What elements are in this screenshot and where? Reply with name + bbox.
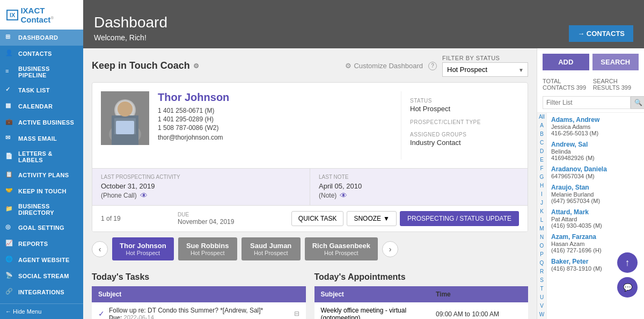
strip-contact-1[interactable]: Sue Robbins Hot Prospect (178, 237, 237, 260)
sidebar-item-agent-website[interactable]: 🌐 AGENT WEBSITE (0, 252, 83, 268)
sidebar-item-business-pipeline[interactable]: ≡ BUSINESS PIPELINE (0, 62, 83, 82)
appts-time-col-header: Time (436, 291, 522, 298)
contact-name[interactable]: Thor Johnson (158, 91, 392, 104)
main-content: Dashboard Welcome, Rich! → CONTACTS Keep… (83, 0, 644, 319)
assigned-groups-label: ASSIGNED GROUPS (410, 132, 510, 137)
contacts-btn-label: → CONTACTS (577, 30, 625, 38)
alpha-I[interactable]: I (537, 190, 546, 199)
sidebar-item-active-business[interactable]: 💼 ACTIVE BUSINESS (0, 114, 83, 130)
alpha-Q[interactable]: Q (537, 259, 546, 267)
filter-list-input[interactable] (543, 96, 631, 109)
hide-menu-btn[interactable]: ← Hide Menu (0, 303, 83, 319)
strip-contact-3[interactable]: Rich Gaasenbeek Hot Prospect (305, 237, 378, 260)
alpha-J[interactable]: J (537, 199, 546, 207)
contact-list-name[interactable]: Adams, Andrew (551, 116, 640, 124)
last-prospecting-value: October 31, 2019 (101, 182, 301, 190)
sidebar-item-mass-email[interactable]: ✉ MASS EMAIL (0, 130, 83, 147)
scroll-top-btn[interactable]: ↑ (617, 252, 638, 273)
contact-phone2: 1 401 295-0289 (H) (158, 115, 392, 123)
customize-dashboard-link[interactable]: ⚙ Customize Dashboard (345, 62, 423, 70)
sidebar-item-reports[interactable]: 📈 REPORTS (0, 236, 83, 252)
contact-list-name[interactable]: Araujo, Stan (551, 184, 640, 191)
alpha-all[interactable]: All (537, 113, 546, 121)
alpha-W[interactable]: W (537, 310, 546, 319)
snooze-chevron-icon: ▼ (383, 215, 390, 222)
alpha-T[interactable]: T (537, 285, 546, 293)
add-btn[interactable]: ADD (543, 54, 589, 70)
social-icon: 📡 (5, 272, 14, 280)
search-btn[interactable]: SEARCH (592, 54, 639, 70)
alpha-A[interactable]: A (537, 121, 546, 130)
strip-next-btn[interactable]: › (382, 241, 398, 257)
nav: ⊞ DASHBOARD 👤 CONTACTS ≡ BUSINESS PIPELI… (0, 30, 83, 303)
alpha-U[interactable]: U (537, 293, 546, 302)
sidebar-item-letters-labels[interactable]: 📄 LETTERS & LABELS (0, 147, 83, 167)
sidebar-item-calendar[interactable]: ▦ CALENDAR (0, 98, 83, 114)
quick-task-btn[interactable]: QUICK TASK (291, 211, 344, 226)
tasks-panel: Today's Tasks Subject ✓ Follow up re: DT… (92, 272, 306, 319)
website-icon: 🌐 (5, 256, 14, 264)
sidebar-item-label: GOAL SETTING (18, 224, 64, 231)
sidebar-item-label: SOCIAL STREAM (18, 273, 69, 279)
appointments-title: Today's Appointments (314, 272, 529, 282)
list-item: Andrew, Sal Belinda 4169482926 (M) (551, 141, 640, 161)
alpha-D[interactable]: D (537, 147, 546, 156)
sidebar-item-business-directory[interactable]: 📁 BUSINESS DIRECTORY (0, 199, 83, 220)
app-logo: IX IXACT Contact® (0, 0, 83, 30)
contact-list-name[interactable]: Azam, Farzana (551, 233, 640, 241)
contact-email[interactable]: thor@thorjohnson.com (158, 134, 392, 141)
list-item: Araujo, Stan Melanie Burland (647) 96570… (551, 184, 640, 204)
strip-prev-btn[interactable]: ‹ (92, 241, 108, 257)
filter-wrapper: Hot Prospect Warm Prospect Cold Prospect… (442, 62, 528, 77)
strip-contact-2[interactable]: Saud Juman Hot Prospect (241, 237, 301, 260)
sidebar-item-keep-in-touch[interactable]: 🤝 KEEP IN TOUCH (0, 183, 83, 199)
alpha-V[interactable]: V (537, 302, 546, 310)
sidebar-item-activity-plans[interactable]: 📋 ACTIVITY PLANS (0, 167, 83, 183)
alpha-C[interactable]: C (537, 139, 546, 147)
alpha-K[interactable]: K (537, 207, 546, 216)
sidebar-item-goal-setting[interactable]: ◎ GOAL SETTING (0, 220, 83, 236)
page-title: Dashboard (94, 14, 167, 31)
strip-contact-0[interactable]: Thor Johnson Hot Prospect (112, 237, 174, 260)
sidebar-item-social-stream[interactable]: 📡 SOCIAL STREAM (0, 268, 83, 284)
alpha-H[interactable]: H (537, 182, 546, 190)
alpha-B[interactable]: B (537, 130, 546, 139)
filter-status-select[interactable]: Hot Prospect Warm Prospect Cold Prospect… (442, 62, 528, 77)
contacts-icon: 👤 (5, 49, 14, 58)
contact-list-name[interactable]: Attard, Mark (551, 208, 640, 216)
help-icon[interactable]: ? (428, 62, 437, 70)
sidebar-item-dashboard[interactable]: ⊞ DASHBOARD (0, 30, 83, 46)
table-row: ✓ Follow up re: DT Condo this Summer? *[… (92, 302, 306, 319)
dashboard-icon: ⊞ (5, 33, 14, 42)
prospecting-btn[interactable]: PROSPECTING / STATUS UPDATE (400, 211, 519, 226)
alpha-E[interactable]: E (537, 156, 546, 164)
contact-list-name[interactable]: Andrew, Sal (551, 141, 640, 148)
filter-search-icon[interactable]: 🔍 (631, 96, 644, 109)
alpha-R[interactable]: R (537, 267, 546, 276)
note-eye-icon[interactable]: 👁 (340, 191, 347, 200)
sidebar-item-integrations[interactable]: 🔗 INTEGRATIONS (0, 284, 83, 300)
contact-list-name[interactable]: Aradanov, Daniela (551, 165, 640, 173)
kitc-settings-icon[interactable]: ⚙ (193, 62, 199, 70)
snooze-btn[interactable]: SNOOZE ▼ (347, 211, 397, 226)
alpha-P[interactable]: P (537, 250, 546, 259)
alpha-L[interactable]: L (537, 216, 546, 224)
prospecting-eye-icon[interactable]: 👁 (140, 191, 148, 200)
active-business-icon: 💼 (5, 118, 14, 127)
alpha-F[interactable]: F (537, 164, 546, 173)
alpha-N[interactable]: N (537, 233, 546, 242)
sidebar-item-contacts[interactable]: 👤 CONTACTS (0, 46, 83, 62)
alpha-G[interactable]: G (537, 173, 546, 182)
appts-table-header: Subject Time (314, 286, 529, 302)
alpha-S[interactable]: S (537, 276, 546, 285)
alpha-O[interactable]: O (537, 242, 546, 250)
task-check-icon: ✓ (98, 309, 105, 318)
task-name: Follow up re: DT Condo this Summer? *[An… (109, 307, 290, 314)
sidebar-item-task-list[interactable]: ✓ TASK LIST (0, 82, 83, 98)
alpha-M[interactable]: M (537, 224, 546, 233)
header: Dashboard Welcome, Rich! → CONTACTS (83, 0, 644, 48)
gear-icon: ⚙ (345, 62, 352, 70)
contacts-header-btn[interactable]: → CONTACTS (569, 25, 633, 42)
chat-btn[interactable]: 💬 (617, 277, 638, 298)
calendar-icon: ▦ (5, 102, 14, 111)
